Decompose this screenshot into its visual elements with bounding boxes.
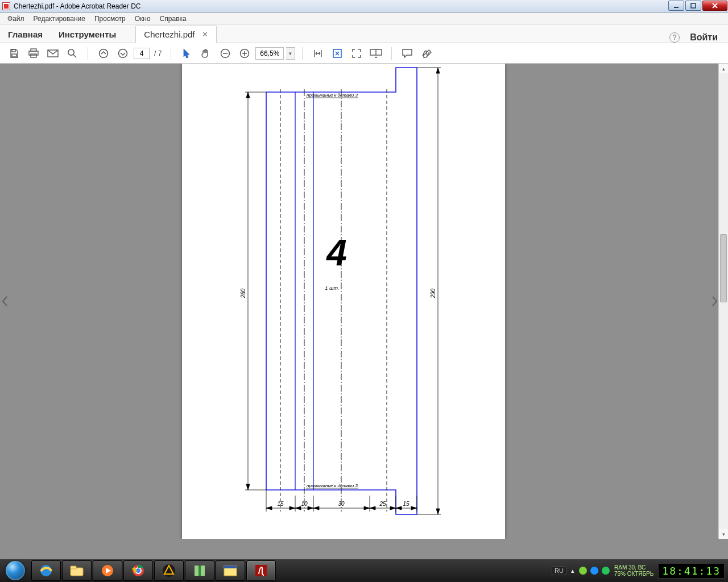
input-language[interactable]: RU <box>552 566 566 575</box>
app-icon <box>2 2 10 10</box>
svg-rect-1 <box>691 3 696 8</box>
sys-line1: RAM 30, ВС <box>614 564 653 571</box>
fit-width-icon[interactable] <box>309 45 326 61</box>
tray-icon-3[interactable] <box>602 567 610 575</box>
print-icon[interactable] <box>25 45 42 61</box>
svg-marker-32 <box>246 484 250 490</box>
svg-text:примыкание к детали 3: примыкание к детали 3 <box>307 483 358 488</box>
svg-text:4: 4 <box>325 232 347 273</box>
scroll-thumb[interactable] <box>720 234 727 302</box>
sys-line2: 75% ОКТЯБРЬ <box>614 571 653 577</box>
read-mode-icon[interactable] <box>367 45 384 61</box>
tray-icon-1[interactable] <box>579 567 587 575</box>
svg-rect-8 <box>31 54 36 57</box>
svg-marker-38 <box>436 509 440 514</box>
svg-rect-78 <box>198 566 201 576</box>
svg-text:30: 30 <box>338 501 345 507</box>
tab-tools[interactable]: Инструменты <box>51 26 124 43</box>
help-icon[interactable]: ? <box>669 32 680 43</box>
minimize-button[interactable] <box>668 1 684 11</box>
svg-marker-47 <box>266 506 272 510</box>
svg-text:примыкание к детали 3: примыкание к детали 3 <box>307 93 358 98</box>
system-monitor[interactable]: RAM 30, ВС 75% ОКТЯБРЬ <box>614 564 653 577</box>
page-count-label: / 7 <box>154 49 162 57</box>
svg-rect-4 <box>12 49 15 52</box>
pdf-page[interactable]: 260 290 <box>182 64 505 539</box>
fullscreen-icon[interactable] <box>348 45 365 61</box>
svg-text:25: 25 <box>379 501 386 507</box>
menu-help[interactable]: Справка <box>156 14 191 24</box>
svg-point-12 <box>100 49 108 57</box>
svg-marker-31 <box>246 92 250 98</box>
menu-file[interactable]: Файл <box>3 14 28 24</box>
desktop-clock[interactable]: 18:41:13 <box>658 563 725 579</box>
svg-line-11 <box>73 55 76 57</box>
svg-text:15: 15 <box>277 501 284 507</box>
zoom-out-icon[interactable] <box>217 45 234 61</box>
document-viewer: 260 290 <box>0 64 728 539</box>
taskbar-item-acrobat[interactable] <box>246 560 276 581</box>
toolbar-separator <box>391 47 392 60</box>
tray-icon-2[interactable] <box>590 567 598 575</box>
page-down-icon[interactable] <box>114 45 131 61</box>
page-prev-arrow-icon[interactable] <box>1 296 8 306</box>
tray-icons <box>579 567 610 575</box>
svg-point-10 <box>68 49 74 55</box>
menu-window[interactable]: Окно <box>131 14 155 24</box>
svg-text:260: 260 <box>240 288 246 298</box>
page-number-input[interactable] <box>134 48 150 59</box>
tab-close-icon[interactable]: ✕ <box>202 30 208 39</box>
save-icon[interactable] <box>6 45 23 61</box>
svg-rect-80 <box>224 566 237 568</box>
svg-marker-53 <box>370 506 375 510</box>
windows-taskbar: RU ▴ RAM 30, ВС 75% ОКТЯБРЬ 18:41:13 <box>0 559 728 582</box>
svg-marker-52 <box>364 506 370 510</box>
svg-marker-37 <box>436 68 440 73</box>
tab-row: Главная Инструменты Chertezhi.pdf ✕ ? Во… <box>0 25 728 43</box>
menubar: Файл Редактирование Просмотр Окно Справк… <box>0 13 728 25</box>
sign-in-button[interactable]: Войти <box>690 32 718 43</box>
zoom-dropdown-icon[interactable]: ▾ <box>286 47 295 60</box>
taskbar-item-chrome[interactable] <box>123 560 153 581</box>
taskbar-item-app2[interactable] <box>216 560 245 581</box>
svg-text:10: 10 <box>301 501 308 507</box>
toolbar: / 7 ▾ <box>0 43 728 64</box>
zoom-input[interactable] <box>255 47 284 60</box>
tab-document[interactable]: Chertezhi.pdf ✕ <box>135 26 216 43</box>
toolbar-separator <box>88 47 88 60</box>
viewer-bottom-gap <box>0 539 728 559</box>
maximize-button[interactable] <box>685 1 701 11</box>
scroll-down-icon[interactable]: ▾ <box>719 529 728 539</box>
tray-chevron-icon[interactable]: ▴ <box>571 567 574 575</box>
window-title: Chertezhi.pdf - Adobe Acrobat Reader DC <box>14 2 140 10</box>
start-button[interactable] <box>0 559 31 582</box>
scroll-up-icon[interactable]: ▴ <box>719 64 728 73</box>
tab-document-label: Chertezhi.pdf <box>144 30 195 39</box>
tab-home[interactable]: Главная <box>0 26 51 43</box>
taskbar-item-aimp[interactable] <box>154 560 184 581</box>
svg-text:1 шт.: 1 шт. <box>325 285 340 291</box>
taskbar-item-mediaplayer[interactable] <box>93 560 122 581</box>
svg-marker-48 <box>289 506 295 510</box>
close-button[interactable] <box>702 1 727 11</box>
menu-edit[interactable]: Редактирование <box>30 14 89 24</box>
svg-rect-81 <box>255 565 267 576</box>
select-tool-icon[interactable] <box>178 45 195 61</box>
hand-tool-icon[interactable] <box>197 45 214 61</box>
sign-icon[interactable] <box>418 45 435 61</box>
taskbar-item-app1[interactable] <box>185 560 214 581</box>
fit-page-icon[interactable] <box>329 45 346 61</box>
taskbar-item-explorer[interactable] <box>62 560 92 581</box>
mail-icon[interactable] <box>44 45 61 61</box>
toolbar-separator <box>171 47 171 60</box>
comment-icon[interactable] <box>399 45 416 61</box>
vertical-scrollbar[interactable]: ▴ ▾ <box>718 64 728 539</box>
page-up-icon[interactable] <box>95 45 112 61</box>
menu-view[interactable]: Просмотр <box>90 14 130 24</box>
search-icon[interactable] <box>64 45 81 61</box>
svg-marker-49 <box>295 506 301 510</box>
taskbar-item-ie[interactable] <box>31 560 61 581</box>
page-next-arrow-icon[interactable] <box>712 296 718 306</box>
zoom-in-icon[interactable] <box>236 45 253 61</box>
svg-rect-70 <box>71 566 76 569</box>
